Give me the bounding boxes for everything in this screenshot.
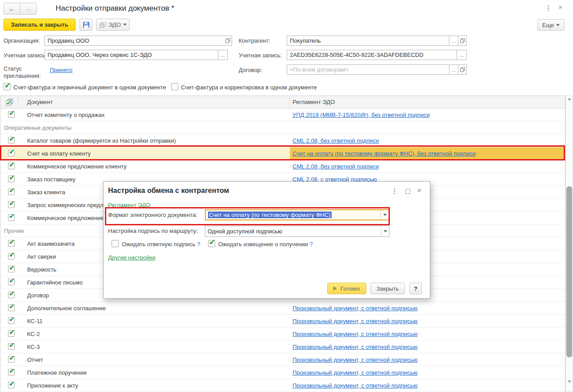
format-combobox[interactable]: Счет на оплату (по тестовому формату ФНС… [205, 209, 389, 220]
reglament-link[interactable]: Произвольный документ, с ответной подпис… [293, 318, 417, 324]
organization-field[interactable]: Продавец ООО [44, 36, 224, 46]
scroll-up-icon[interactable] [568, 98, 571, 100]
row-checkbox[interactable] [8, 240, 15, 247]
done-button[interactable]: Готово [327, 283, 366, 294]
account-right-field[interactable]: 2AED35E6228-505E-4C50-922E-3ADAFDEBECDD [287, 50, 457, 60]
counterparty-field[interactable]: Покупатель [287, 36, 449, 46]
save-and-close-button[interactable]: Записать и закрыть [4, 19, 76, 31]
format-dropdown-icon[interactable] [381, 210, 389, 220]
reglament-link[interactable]: Произвольный документ, с ответной подпис… [293, 382, 417, 389]
dialog-maximize-icon[interactable] [405, 189, 410, 194]
forward-button[interactable]: → [20, 3, 36, 14]
contract-choose-button[interactable]: ... [449, 64, 458, 75]
account-left-choose-button[interactable]: ... [218, 50, 228, 60]
reglament-link[interactable]: CML 2.08, без ответной подписи [293, 137, 379, 144]
dialog-title: Настройка обмена с контрагентом [108, 187, 229, 195]
dialog-close-icon[interactable]: × [417, 186, 421, 195]
table-row[interactable]: Приложение к актуПроизвольный документ, … [0, 379, 565, 392]
row-checkbox[interactable] [8, 292, 15, 298]
route-dropdown-icon[interactable] [381, 226, 389, 236]
table-row[interactable]: Дополнительное соглашениеПроизвольный до… [0, 302, 565, 315]
play-icon [333, 286, 337, 291]
wait-sign-checkbox[interactable] [112, 240, 119, 247]
route-sign-combobox[interactable]: Одной доступной подписью [205, 226, 389, 237]
row-checkbox[interactable] [8, 356, 15, 363]
window-kebab-menu-icon[interactable] [547, 5, 549, 11]
close-button[interactable]: Закрыть [370, 283, 405, 294]
column-header-document[interactable]: Документ [18, 96, 290, 108]
check-all-header-cell[interactable] [0, 96, 18, 108]
wait-receipt-checkbox[interactable] [208, 240, 215, 247]
table-row[interactable]: Коммерческое предложение клиентуCML 2.08… [0, 160, 565, 173]
reglament-cell: Произвольный документ, с ответной подпис… [290, 353, 565, 366]
other-settings-link[interactable]: Другие настройки [108, 254, 156, 261]
reglament-link[interactable]: Произвольный документ, с ответной подпис… [293, 356, 417, 363]
account-left-field[interactable]: Продавец ООО, Через сервис 1С-ЭДО [44, 50, 218, 60]
back-button[interactable]: ← [4, 3, 20, 14]
help-button[interactable]: ? [409, 283, 422, 294]
scrollbar-thumb[interactable] [566, 186, 572, 357]
organization-open-button[interactable] [224, 36, 232, 46]
account-right-choose-button[interactable]: ... [457, 50, 467, 60]
reglament-link[interactable]: Произвольный документ, с ответной подпис… [293, 305, 417, 312]
reglament-link[interactable]: УПД 2019 (ММВ-7-15/820@), без ответной п… [293, 112, 430, 118]
table-row[interactable]: Отчет комитенту о продажахУПД 2019 (ММВ-… [0, 108, 565, 121]
exchange-settings-dialog: Настройка обмена с контрагентом × Реглам… [103, 181, 430, 299]
reglament-link[interactable]: Счет на оплату (по тестовому формату ФНС… [293, 150, 476, 157]
invoice-correction-label: Счет-фактура и корректировка в одном док… [181, 84, 317, 91]
table-row[interactable]: Счет на оплату клиентуСчет на оплату (по… [0, 147, 565, 160]
row-checkbox[interactable] [8, 369, 15, 376]
table-row[interactable]: КС-2Произвольный документ, с ответной по… [0, 328, 565, 340]
row-checkbox[interactable] [8, 382, 15, 388]
reglament-link[interactable]: Произвольный документ, с ответной подпис… [293, 331, 417, 337]
table-row[interactable]: Платежное поручениеПроизвольный документ… [0, 366, 565, 379]
table-row[interactable]: ОтчетПроизвольный документ, с ответной п… [0, 353, 565, 366]
row-checkbox[interactable] [8, 201, 15, 208]
row-checkbox[interactable] [8, 137, 15, 144]
row-checkbox[interactable] [8, 214, 15, 221]
document-name: Ведомость [27, 266, 56, 273]
document-name: Отчет [27, 356, 43, 363]
invitation-status-link[interactable]: Принято [50, 67, 72, 73]
row-checkbox[interactable] [8, 343, 15, 350]
row-checkbox[interactable] [8, 266, 15, 272]
table-row[interactable]: Каталог товаров (формируется из Настройк… [0, 134, 565, 147]
row-checkbox[interactable] [8, 150, 15, 156]
scroll-down-icon[interactable] [568, 380, 571, 383]
row-checkbox[interactable] [8, 330, 15, 337]
row-checkbox[interactable] [8, 317, 15, 324]
row-checkbox[interactable] [8, 176, 15, 182]
save-button[interactable] [80, 19, 92, 31]
floppy-icon [83, 21, 90, 28]
document-name: Акт сверки [27, 253, 56, 260]
edo-dropdown-button[interactable]: ЭДО [96, 19, 130, 31]
dialog-kebab-menu-icon[interactable] [393, 188, 396, 194]
row-checkbox[interactable] [8, 279, 15, 285]
counterparty-open-button[interactable] [458, 36, 467, 46]
counterparty-choose-button[interactable]: ... [449, 36, 458, 46]
reglament-edo-link[interactable]: Регламент ЭДО [108, 202, 150, 208]
reglament-link[interactable]: Произвольный документ, с ответной подпис… [293, 369, 417, 376]
table-row[interactable]: КС-11Произвольный документ, с ответной п… [0, 315, 565, 328]
more-button[interactable]: Еще [537, 19, 565, 31]
contract-open-button[interactable] [458, 64, 467, 75]
row-checkbox[interactable] [8, 111, 15, 118]
table-group-row[interactable]: Оперативные документы [0, 121, 565, 134]
invoice-correction-checkbox[interactable] [171, 83, 178, 90]
wait-sign-label: Ожидать ответную подпись ? [122, 241, 200, 248]
reglament-link[interactable]: Произвольный документ, с ответной подпис… [293, 344, 417, 350]
row-checkbox[interactable] [8, 253, 15, 260]
row-checkbox[interactable] [8, 188, 15, 195]
row-checkbox[interactable] [8, 163, 15, 169]
wait-sign-help-icon[interactable]: ? [197, 241, 200, 248]
table-scrollbar[interactable] [565, 96, 573, 392]
table-row[interactable]: КС-3Произвольный документ, с ответной по… [0, 340, 565, 353]
route-sign-value: Одной доступной подписью [205, 228, 284, 235]
invoice-primary-checkbox[interactable] [4, 83, 11, 90]
row-checkbox[interactable] [8, 304, 15, 311]
column-header-reglament[interactable]: Регламент ЭДО [290, 96, 565, 108]
wait-receipt-help-icon[interactable]: ? [309, 241, 313, 248]
reglament-link[interactable]: CML 2.08, без ответной подписи [293, 163, 379, 170]
window-close-icon[interactable]: × [558, 4, 562, 12]
contract-field[interactable]: <По всем договорам> [287, 64, 449, 75]
